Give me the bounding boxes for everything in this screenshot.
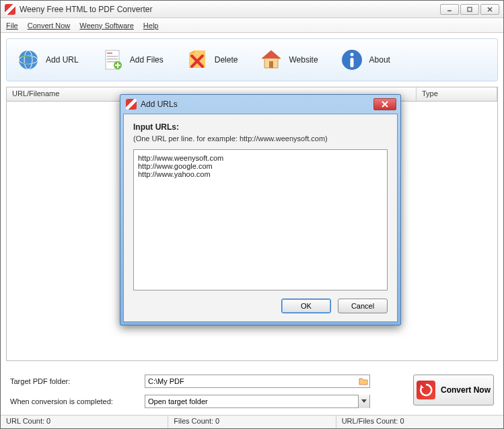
folder-icon [358,376,369,387]
delete-icon [185,48,209,72]
target-folder-input[interactable] [145,375,370,388]
minimize-icon [446,6,453,13]
col-type[interactable]: Type [417,87,497,101]
target-folder-label: Target PDF folder: [10,377,138,385]
maximize-icon [466,6,473,13]
svg-rect-8 [107,52,112,54]
toolbar-about[interactable]: About [337,45,393,75]
convert-icon [417,381,435,399]
minimize-button[interactable] [440,4,459,15]
menu-convert[interactable]: Convert Now [28,22,71,30]
dialog-hint: (One URL per line. for example: http://w… [133,134,388,143]
toolbar-website[interactable]: Website [256,45,320,75]
home-icon [259,48,283,72]
toolbar-about-label: About [369,55,390,65]
bottom-panel: Target PDF folder: When conversion is co… [1,366,503,415]
toolbar-add-url-label: Add URL [46,55,79,65]
toolbar-delete[interactable]: Delete [182,45,241,75]
completion-label: When conversion is completed: [10,397,138,405]
toolbar-add-files-label: Add Files [130,55,164,65]
svg-point-4 [19,50,38,69]
completion-select[interactable] [145,395,370,408]
svg-rect-1 [468,7,472,11]
file-icon [100,48,124,72]
svg-rect-20 [350,58,353,67]
menu-file[interactable]: File [6,22,18,30]
dialog-app-icon [126,99,137,110]
svg-rect-10 [107,58,118,60]
dialog-title: Add URLs [141,100,373,109]
toolbar-website-label: Website [289,55,318,65]
info-icon [340,48,364,72]
svg-rect-17 [269,61,273,68]
dialog-heading: Input URLs: [133,122,388,132]
menubar: File Convert Now Weeny Software Help [1,18,503,33]
close-icon [381,101,389,108]
toolbar-add-url[interactable]: Add URL [13,45,81,75]
status-url-count: URL Count: 0 [1,416,168,428]
dialog-titlebar: Add URLs [123,98,398,114]
convert-now-button[interactable]: Convert Now [413,375,494,405]
window-title: Weeny Free HTML to PDF Converter [20,5,440,14]
close-button[interactable] [480,4,499,15]
app-icon [5,4,15,15]
titlebar: Weeny Free HTML to PDF Converter [1,1,503,18]
convert-now-label: Convert Now [441,385,491,395]
add-urls-dialog: Add URLs Input URLs: (One URL per line. … [120,94,401,325]
toolbar: Add URL Add Files Delete Website About [6,38,498,81]
svg-rect-9 [107,56,118,57]
browse-folder-button[interactable] [358,376,369,387]
urls-textarea[interactable] [133,149,388,290]
statusbar: URL Count: 0 Files Count: 0 URL/Files Co… [1,415,503,428]
status-files-count: Files Count: 0 [168,416,336,428]
globe-icon [16,48,40,72]
toolbar-delete-label: Delete [215,55,238,65]
dialog-close-button[interactable] [373,98,396,110]
maximize-button[interactable] [460,4,479,15]
toolbar-add-files[interactable]: Add Files [98,45,166,75]
status-total-count: URL/Files Count: 0 [336,416,503,428]
close-icon [487,6,493,13]
dialog-body: Input URLs: (One URL per line. for examp… [123,114,398,322]
menu-weeny[interactable]: Weeny Software [79,22,134,30]
svg-point-19 [350,53,353,56]
menu-help[interactable]: Help [143,22,159,30]
ok-button[interactable]: OK [281,299,331,313]
cancel-button[interactable]: Cancel [338,299,388,313]
